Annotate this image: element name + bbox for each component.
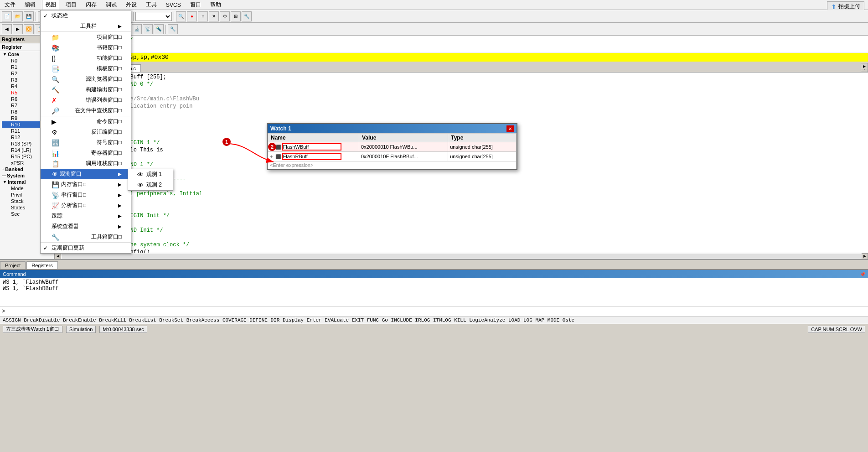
code-line-blank5 <box>55 234 868 241</box>
watch-submenu-2[interactable]: 👁 观测 2 <box>128 180 173 190</box>
watch1-row1-expand[interactable]: + <box>270 144 273 150</box>
toolbar2-sep4 <box>165 25 166 34</box>
tb2-3[interactable]: 🔀 <box>24 24 34 34</box>
hscroll-left[interactable]: ◀ <box>55 253 61 260</box>
menu-item-help[interactable]: 帮助 <box>207 0 224 10</box>
code-line-82: 82 /* MCU Configuration----------- <box>55 176 868 183</box>
watch1-row2-expand[interactable]: + <box>270 154 273 159</box>
command-header: Command 📌 <box>0 270 868 278</box>
tb-wrench[interactable]: 🔧 <box>242 11 252 21</box>
core-label: Core <box>8 52 19 57</box>
watch1-cell-value1: 0x20000010 FlashWBu... <box>359 142 448 152</box>
cmd-input[interactable] <box>7 308 866 315</box>
tb2-12[interactable]: 🔬 <box>132 24 142 34</box>
watch1-row1-input[interactable] <box>282 143 341 151</box>
watch-submenu-1[interactable]: 👁 观测 1 <box>128 169 173 180</box>
code-line-83: 83 <box>55 183 868 190</box>
view-menu-section2: 📁项目窗口□ 📚书籍窗口□ {}功能窗口□ 📑模板窗口□ 🔍源浏览器窗口□ 🔨构… <box>41 32 131 116</box>
tb-open[interactable]: 📂 <box>13 11 23 21</box>
hscroll-right[interactable]: ▶ <box>862 253 868 260</box>
watch1-col-name: Name <box>268 134 359 142</box>
vmenu-command[interactable]: ▶命令窗口□ <box>41 116 131 127</box>
menu-item-tools[interactable]: 工具 <box>143 0 160 10</box>
tb-breakpoint2[interactable]: ○ <box>198 11 208 21</box>
vmenu-find-in-files[interactable]: 🔎在文件中查找窗口□ <box>41 105 131 116</box>
menu-item-peripherals[interactable]: 外设 <box>123 0 140 10</box>
watch1-cell-enter[interactable]: <Enter expression> <box>268 161 517 169</box>
watch1-row-enter: <Enter expression> <box>268 161 517 169</box>
tb-grid[interactable]: ⊞ <box>231 11 241 21</box>
core-expand-icon: ▼ <box>3 52 7 57</box>
tb-delete-bp[interactable]: ✕ <box>209 11 219 21</box>
system-expand-icon: — <box>2 173 6 178</box>
menu-item-edit[interactable]: 编辑 <box>22 0 38 10</box>
vmenu-disasm[interactable]: ⚙反汇编窗口□ <box>41 127 131 137</box>
watch1-cell-value2: 0x2000010F FlashRBuf... <box>359 152 448 161</box>
code-tabs: startup_stm32f103xb.s flash.c ▼ <box>55 62 868 73</box>
hscroll-track[interactable] <box>62 254 861 259</box>
menu-item-file[interactable]: 文件 <box>2 0 18 10</box>
vmenu-register[interactable]: 📊寄存器窗口□ <box>41 148 131 158</box>
menu-item-project[interactable]: 项目 <box>63 0 79 10</box>
code-line-retval: * @retval int <box>55 110 868 117</box>
vmenu-analysis[interactable]: 📈分析窗口□ ▶ <box>41 200 131 211</box>
status-item4: CAP NUM SCRL OVW <box>808 326 865 333</box>
watch1-close-btn[interactable]: ✕ <box>506 125 514 132</box>
menu-item-view[interactable]: 视图 <box>42 0 59 10</box>
vmenu-trace[interactable]: 跟踪 ▶ <box>41 211 131 221</box>
tb-save[interactable]: 💾 <box>24 11 34 21</box>
vmenu-sysviewer[interactable]: 系统查看器 ▶ <box>41 221 131 232</box>
vmenu-error-list[interactable]: ✗错误列表窗口□ <box>41 95 131 105</box>
vmenu-statusbar[interactable]: ✓状态栏 <box>41 10 131 21</box>
menu-item-window[interactable]: 窗口 <box>187 0 204 10</box>
vmenu-memory[interactable]: 💾内存窗口□ ▶ <box>41 179 131 190</box>
vmenu-serial[interactable]: 📡串行窗口□ ▶ <box>41 190 131 200</box>
menu-item-svcs[interactable]: SVCS <box>163 1 184 9</box>
tb2-15[interactable]: 🔧 <box>168 24 178 34</box>
tb-new[interactable]: 📄 <box>2 11 12 21</box>
toolbar-combo[interactable]: NIP_Pin <box>135 12 172 21</box>
code-line-sysclk: 83 /* Configure the system clock */ <box>55 241 868 249</box>
tb-settings[interactable]: ⚙ <box>220 11 230 21</box>
vmenu-toolbox[interactable]: 🔧工具箱窗口□ <box>41 232 131 242</box>
bottom-tab-registers[interactable]: Registers <box>26 261 57 269</box>
vmenu-template-window[interactable]: 📑模板窗口□ <box>41 63 131 74</box>
tb2-13[interactable]: 📡 <box>143 24 153 34</box>
code-hscroll[interactable]: ◀ ▶ <box>55 253 868 259</box>
watch1-row-flashwbuff: + ⬛ 0x20000010 FlashWBu... unsigned char… <box>268 142 517 152</box>
menu-item-debug[interactable]: 调试 <box>103 0 119 10</box>
tb2-14[interactable]: 🔦 <box>154 24 164 34</box>
code-scroll-right[interactable]: ▶ <box>861 63 868 69</box>
tb-search[interactable]: 🔍 <box>176 11 186 21</box>
vmenu-books-window[interactable]: 📚书籍窗口□ <box>41 42 131 53</box>
watch1-window: Watch 1 ✕ Name Value Type + ⬛ 0x200000 <box>267 123 517 170</box>
command-title: Command <box>3 271 26 277</box>
code-line-doxygen: //**\\flash\..\Core/Src/main.c\FlashWBu <box>55 95 868 103</box>
tb2-1[interactable]: ◀ <box>2 24 12 34</box>
watch1-label: 观测 1 <box>146 171 162 178</box>
code-line-sysclkfn: 84 SystemClock_Config() <box>55 249 868 253</box>
bottom-tabs: Project Registers <box>0 259 868 269</box>
vmenu-build-output[interactable]: 🔨构建输出窗口□ <box>41 84 131 95</box>
code-line-blank1 <box>55 88 868 95</box>
vmenu-project-window[interactable]: 📁项目窗口□ <box>41 32 131 42</box>
menu-item-flash[interactable]: 闪存 <box>83 0 99 10</box>
command-input-area: > <box>0 306 868 316</box>
vmenu-periodic-update[interactable]: ✓定期窗口更新 <box>41 243 131 253</box>
vmenu-symbol[interactable]: 🔣符号窗口□ <box>41 137 131 148</box>
tb2-2[interactable]: ▶ <box>13 24 23 34</box>
banked-label: Banked <box>5 166 23 172</box>
vmenu-toolbar[interactable]: 工具栏 ▶ <box>41 21 131 31</box>
command-pin[interactable]: 📌 <box>860 272 865 277</box>
code-line-userinit: /* USER CODE BEGIN Init */ <box>55 212 868 219</box>
vmenu-watch[interactable]: 👁观测窗口 ▶ <box>41 169 131 179</box>
bottom-tab-project[interactable]: Project <box>0 261 26 269</box>
watch1-row1-icon: ⬛ <box>275 145 281 150</box>
vmenu-callstack[interactable]: 📋调用堆栈窗口□ <box>41 158 131 169</box>
code-type-line: uint8_t i; <box>55 44 868 53</box>
upload-icon: ⬆ <box>831 3 837 10</box>
vmenu-func-window[interactable]: {}功能窗口□ <box>41 53 131 63</box>
tb-breakpoint[interactable]: ● <box>187 11 197 21</box>
vmenu-source-browser[interactable]: 🔍源浏览器窗口□ <box>41 74 131 84</box>
watch1-row2-input[interactable] <box>282 153 341 160</box>
